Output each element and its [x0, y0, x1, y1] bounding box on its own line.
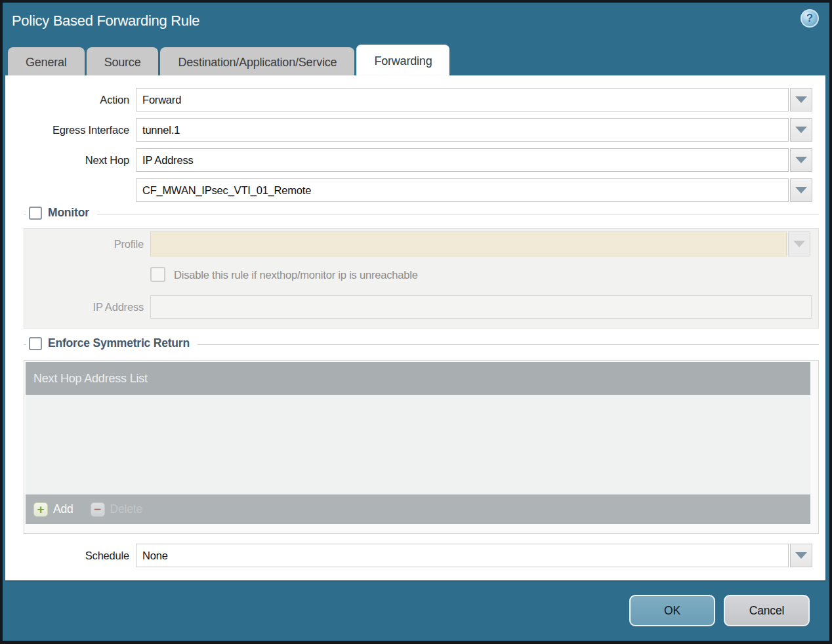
- schedule-row: Schedule None: [5, 544, 825, 567]
- chevron-down-icon: [795, 157, 807, 163]
- next-hop-type-select[interactable]: IP Address: [136, 148, 789, 172]
- next-hop-address-dropdown-button[interactable]: [790, 178, 812, 202]
- monitor-ip-address-input: [150, 295, 812, 319]
- next-hop-type-value: IP Address: [142, 154, 194, 167]
- delete-button-label: Delete: [110, 502, 142, 516]
- action-select[interactable]: Forward: [136, 88, 789, 111]
- schedule-value: None: [142, 550, 168, 562]
- dialog-titlebar: Policy Based Forwarding Rule ?: [3, 3, 829, 41]
- action-label: Action: [5, 94, 136, 106]
- schedule-dropdown-button[interactable]: [790, 544, 812, 567]
- policy-based-forwarding-dialog: Policy Based Forwarding Rule ? General S…: [3, 3, 829, 641]
- help-icon[interactable]: ?: [801, 9, 819, 28]
- enforce-symmetric-return-legend-label: Enforce Symmetric Return: [48, 336, 190, 350]
- egress-interface-label: Egress Interface: [5, 124, 136, 136]
- help-icon-glyph: ?: [806, 12, 813, 25]
- schedule-select[interactable]: None: [136, 544, 789, 567]
- delete-button: − Delete: [91, 502, 142, 517]
- schedule-label: Schedule: [5, 550, 136, 562]
- next-hop-address-list-body[interactable]: [26, 395, 810, 494]
- tab-bar: General Source Destination/Application/S…: [8, 43, 449, 78]
- add-button[interactable]: + Add: [33, 502, 73, 517]
- chevron-down-icon: [793, 241, 805, 247]
- next-hop-row: Next Hop IP Address: [5, 148, 825, 172]
- action-row: Action Forward: [5, 88, 825, 111]
- monitor-checkbox[interactable]: [29, 207, 42, 220]
- profile-label: Profile: [24, 238, 150, 251]
- plus-icon: +: [33, 502, 48, 517]
- tab-general-label: General: [26, 56, 67, 69]
- add-button-label: Add: [53, 502, 73, 516]
- enforce-symmetric-return-fieldset: Enforce Symmetric Return Next Hop Addres…: [24, 344, 819, 534]
- monitor-legend: Monitor: [26, 206, 97, 220]
- monitor-ip-address-row: IP Address: [24, 295, 818, 319]
- egress-interface-row: Egress Interface tunnel.1: [5, 118, 825, 142]
- next-hop-address-list-toolbar: + Add − Delete: [26, 494, 810, 524]
- chevron-down-icon: [795, 127, 807, 133]
- tab-destination-label: Destination/Application/Service: [178, 56, 337, 69]
- enforce-symmetric-return-legend: Enforce Symmetric Return: [26, 336, 198, 350]
- egress-interface-value: tunnel.1: [142, 124, 180, 136]
- egress-interface-dropdown-button[interactable]: [790, 118, 812, 142]
- cancel-button[interactable]: Cancel: [724, 595, 810, 626]
- profile-select: [150, 231, 787, 256]
- disable-rule-row: Disable this rule if nexthop/monitor ip …: [150, 268, 818, 282]
- ok-button-label: OK: [664, 604, 680, 618]
- profile-dropdown-button: [788, 231, 810, 256]
- profile-row: Profile: [24, 231, 818, 256]
- next-hop-address-select[interactable]: CF_MWAN_IPsec_VTI_01_Remote: [136, 178, 789, 202]
- monitor-fieldset: Monitor Profile Disable this rule if nex…: [24, 214, 819, 329]
- next-hop-address-value: CF_MWAN_IPsec_VTI_01_Remote: [142, 184, 311, 197]
- disable-rule-checkbox: [150, 267, 165, 282]
- dialog-title: Policy Based Forwarding Rule: [12, 12, 199, 30]
- next-hop-label: Next Hop: [5, 154, 136, 167]
- monitor-legend-label: Monitor: [48, 206, 89, 220]
- chevron-down-icon: [795, 96, 807, 103]
- ok-button[interactable]: OK: [629, 595, 715, 626]
- tab-general[interactable]: General: [8, 47, 85, 78]
- egress-interface-select[interactable]: tunnel.1: [136, 118, 789, 142]
- tab-source-label: Source: [104, 56, 141, 69]
- tab-source[interactable]: Source: [87, 47, 159, 78]
- chevron-down-icon: [795, 552, 807, 559]
- action-dropdown-button[interactable]: [790, 88, 812, 111]
- next-hop-address-list-panel: Next Hop Address List + Add − Delete: [24, 360, 819, 534]
- chevron-down-icon: [795, 187, 807, 193]
- tab-destination-application-service[interactable]: Destination/Application/Service: [160, 47, 354, 78]
- next-hop-address-list-header-label: Next Hop Address List: [33, 372, 148, 386]
- cancel-button-label: Cancel: [749, 604, 784, 618]
- tab-forwarding[interactable]: Forwarding: [356, 45, 449, 78]
- action-value: Forward: [142, 94, 181, 106]
- enforce-symmetric-return-checkbox[interactable]: [29, 337, 42, 350]
- forwarding-tab-panel: Action Forward Egress Interface tunnel.1…: [5, 75, 825, 580]
- monitor-ip-address-label: IP Address: [24, 301, 150, 313]
- monitor-panel: Profile Disable this rule if nexthop/mon…: [24, 228, 819, 329]
- disable-rule-label: Disable this rule if nexthop/monitor ip …: [174, 269, 418, 281]
- next-hop-address-row: CF_MWAN_IPsec_VTI_01_Remote: [5, 178, 825, 202]
- minus-icon: −: [91, 502, 105, 517]
- next-hop-type-dropdown-button[interactable]: [790, 148, 812, 172]
- next-hop-address-list-header[interactable]: Next Hop Address List: [26, 362, 810, 395]
- tab-forwarding-label: Forwarding: [374, 54, 432, 68]
